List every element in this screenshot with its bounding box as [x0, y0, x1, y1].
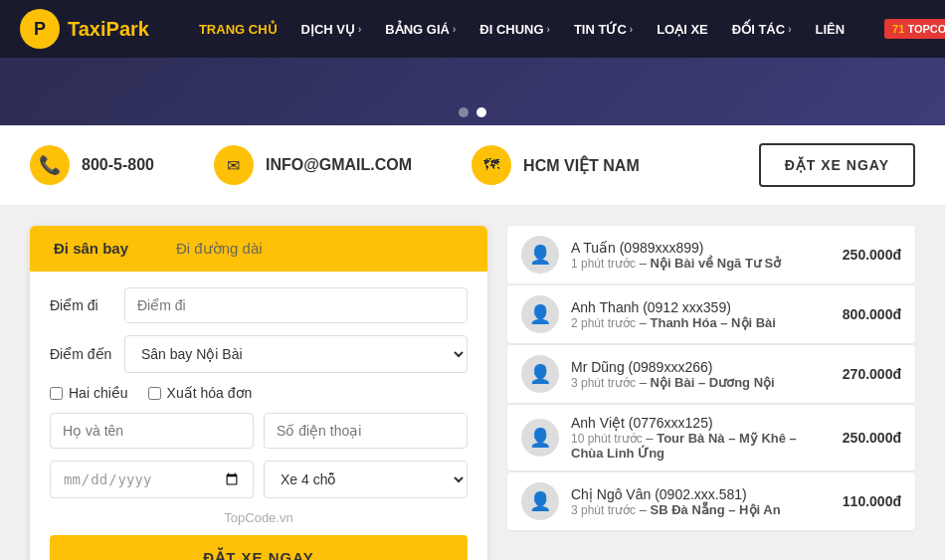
main-nav: TRANG CHỦ DỊCH VỤ › BẢNG GIÁ › ĐI CHUNG … — [189, 16, 854, 43]
phone-info: 📞 800-5-800 — [30, 145, 154, 185]
nav-item-tintuc[interactable]: TIN TỨC › — [564, 16, 643, 43]
invoice-checkbox[interactable]: Xuất hóa đơn — [148, 385, 253, 401]
ride-price: 250.000đ — [843, 430, 901, 446]
info-bar: 📞 800-5-800 ✉ INFO@GMAIL.COM 🗺 HCM VIỆT … — [0, 125, 945, 206]
ride-price: 800.000đ — [843, 306, 901, 322]
ride-info: Anh Thanh (0912 xxx359) 2 phút trước – T… — [571, 299, 831, 330]
nav-item-banggia[interactable]: BẢNG GIÁ › — [375, 16, 466, 43]
submit-button[interactable]: ĐẶT XE NGAY — [50, 535, 468, 560]
avatar: 👤 — [521, 295, 559, 333]
book-now-button[interactable]: ĐẶT XE NGAY — [759, 143, 915, 187]
two-way-checkbox[interactable]: Hai chiều — [50, 385, 128, 401]
nav-item-loaixe[interactable]: LOẠI XE — [647, 16, 718, 43]
topcode-badge[interactable]: 71 TOPCODE.VN — [884, 19, 945, 39]
ride-item: 👤 A Tuấn (0989xxx899) 1 phút trước – Nội… — [507, 226, 915, 283]
email-icon: ✉ — [214, 145, 254, 185]
booking-tabs: Đi sân bay Đi đường dài — [30, 226, 487, 272]
ride-name: Chị Ngô Vân (0902.xxx.581) — [571, 486, 831, 502]
booking-card: Đi sân bay Đi đường dài Điểm đi Điểm đến… — [30, 226, 487, 560]
phone-text: 800-5-800 — [82, 156, 154, 174]
tab-long-distance[interactable]: Đi đường dài — [152, 226, 286, 272]
avatar: 👤 — [521, 419, 559, 457]
nav-item-trangchu[interactable]: TRANG CHỦ — [189, 16, 287, 43]
phone-input[interactable] — [264, 413, 468, 449]
from-row: Điểm đi — [50, 287, 468, 323]
invoice-input[interactable] — [148, 387, 161, 400]
from-label: Điểm đi — [50, 297, 114, 313]
nav-item-doitac[interactable]: ĐỐI TÁC › — [722, 16, 802, 43]
ride-item: 👤 Anh Thanh (0912 xxx359) 2 phút trước –… — [507, 285, 915, 343]
ride-item: 👤 Chị Ngô Vân (0902.xxx.581) 3 phút trướ… — [507, 472, 915, 530]
slider-dots — [459, 107, 486, 117]
date-input[interactable] — [50, 461, 254, 498]
dot-1[interactable] — [459, 107, 469, 117]
ride-name: A Tuấn (0989xxx899) — [571, 240, 831, 256]
location-icon: 🗺 — [472, 145, 511, 185]
nav-item-lien[interactable]: LIÊN — [805, 16, 854, 43]
ride-info: Anh Việt (0776xxx125) 10 phút trước – To… — [571, 415, 831, 461]
logo-text: TaxiPark — [68, 18, 149, 41]
topcode-icon: 71 — [892, 23, 904, 35]
location-info: 🗺 HCM VIỆT NAM — [472, 145, 640, 185]
logo-icon: P — [20, 9, 60, 49]
ride-item: 👤 Anh Việt (0776xxx125) 10 phút trước – … — [507, 405, 915, 470]
checkbox-row: Hai chiều Xuất hóa đơn — [50, 385, 468, 401]
ride-route: 2 phút trước – Thanh Hóa – Nội Bài — [571, 315, 831, 330]
header: P TaxiPark TRANG CHỦ DỊCH VỤ › BẢNG GIÁ … — [0, 0, 945, 58]
avatar: 👤 — [521, 236, 559, 274]
car-type-select[interactable]: Xe 4 chỗ — [264, 461, 468, 498]
email-text: INFO@GMAIL.COM — [266, 156, 412, 174]
avatar: 👤 — [521, 482, 559, 520]
main-content: Đi sân bay Đi đường dài Điểm đi Điểm đến… — [0, 206, 945, 560]
date-car-row: Xe 4 chỗ — [50, 461, 468, 498]
ride-price: 250.000đ — [843, 247, 901, 263]
nav-item-dichvu[interactable]: DỊCH VỤ › — [291, 16, 372, 43]
ride-route: 3 phút trước – Nội Bài – Dương Nội — [571, 375, 831, 390]
hero-banner — [0, 58, 945, 125]
two-way-input[interactable] — [50, 387, 63, 400]
ride-info: A Tuấn (0989xxx899) 1 phút trước – Nội B… — [571, 240, 831, 271]
ride-route: 3 phút trước – SB Đà Nẵng – Hội An — [571, 502, 831, 517]
ride-info: Mr Dũng (0989xxx266) 3 phút trước – Nội … — [571, 359, 831, 390]
booking-form: Điểm đi Điểm đến Sân bay Nội Bài Hai chi… — [30, 272, 487, 560]
ride-name: Mr Dũng (0989xxx266) — [571, 359, 831, 375]
ride-info: Chị Ngô Vân (0902.xxx.581) 3 phút trước … — [571, 486, 831, 517]
tab-airport[interactable]: Đi sân bay — [30, 226, 152, 272]
destination-select[interactable]: Sân bay Nội Bài — [124, 335, 468, 373]
ride-price: 270.000đ — [843, 366, 901, 382]
email-info: ✉ INFO@GMAIL.COM — [214, 145, 412, 185]
ride-item: 👤 Mr Dũng (0989xxx266) 3 phút trước – Nộ… — [507, 345, 915, 403]
watermark-form: TopCode.vn — [50, 510, 468, 525]
ride-name: Anh Thanh (0912 xxx359) — [571, 299, 831, 315]
ride-route: 1 phút trước – Nội Bài về Ngã Tư Sở — [571, 256, 831, 271]
avatar: 👤 — [521, 355, 559, 393]
name-phone-row — [50, 413, 468, 449]
to-row: Điểm đến Sân bay Nội Bài — [50, 335, 468, 373]
logo[interactable]: P TaxiPark — [20, 9, 149, 49]
from-input[interactable] — [124, 287, 468, 323]
nav-item-dichung[interactable]: ĐI CHUNG › — [470, 16, 560, 43]
name-input[interactable] — [50, 413, 254, 449]
phone-icon: 📞 — [30, 145, 70, 185]
ride-price: 110.000đ — [843, 493, 901, 509]
ride-route: 10 phút trước – Tour Bà Nà – Mỹ Khê – Ch… — [571, 431, 831, 461]
to-label: Điểm đến — [50, 346, 114, 362]
ride-name: Anh Việt (0776xxx125) — [571, 415, 831, 431]
dot-2[interactable] — [476, 107, 486, 117]
location-text: HCM VIỆT NAM — [523, 156, 640, 175]
ride-list: 👤 A Tuấn (0989xxx899) 1 phút trước – Nội… — [507, 226, 915, 560]
